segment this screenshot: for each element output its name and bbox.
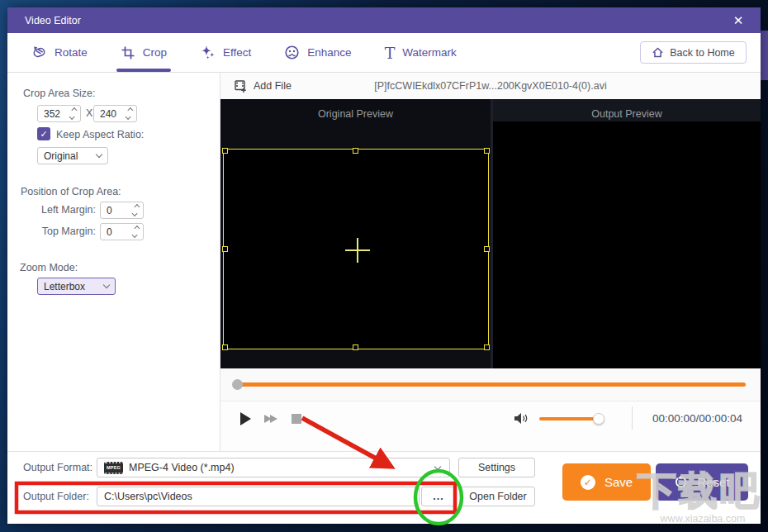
tab-bar: Rotate Crop — [7, 33, 761, 73]
play-button[interactable] — [240, 412, 251, 425]
spinner-down-icon[interactable] — [131, 232, 137, 238]
tab-enhance-label: Enhance — [307, 46, 351, 59]
spinner-down-icon[interactable] — [131, 211, 137, 216]
output-preview-panel: Output Preview — [493, 99, 761, 368]
close-icon[interactable]: ✕ — [728, 13, 749, 28]
zoom-mode-label: Zoom Mode: — [20, 262, 78, 273]
size-times-label: X — [86, 107, 92, 119]
add-file-label: Add File — [254, 80, 292, 92]
left-margin-label: Left Margin: — [23, 204, 96, 216]
crop-settings-sidebar: Crop Area Size: 352 X 240 — [7, 73, 220, 451]
enhance-icon — [284, 45, 300, 60]
volume-handle[interactable] — [593, 413, 604, 425]
crop-width-value: 352 — [44, 108, 69, 120]
left-margin-value: 0 — [107, 205, 131, 216]
crop-handle[interactable] — [353, 344, 358, 350]
spinner-up-icon[interactable] — [134, 204, 140, 210]
crop-handle[interactable] — [222, 246, 228, 252]
volume-icon[interactable] — [514, 412, 529, 425]
crop-height-spinner[interactable]: 240 — [93, 105, 137, 122]
keep-aspect-ratio-label: Keep Aspect Ratio: — [56, 129, 144, 140]
save-label: Save — [604, 475, 633, 489]
volume-slider[interactable] — [539, 417, 603, 420]
tab-effect-label: Effect — [223, 46, 251, 59]
save-button[interactable]: ✓ Save — [562, 463, 651, 501]
output-panel: Output Format: MPEG MPEG-4 Video (*.mp4)… — [7, 451, 761, 524]
reset-button[interactable]: Reset — [656, 463, 748, 501]
spinner-up-icon[interactable] — [71, 107, 77, 113]
settings-button[interactable]: Settings — [458, 458, 535, 477]
mpeg-format-icon: MPEG — [104, 462, 123, 474]
seek-handle[interactable] — [232, 379, 243, 390]
background-window-strip — [761, 31, 768, 80]
spinner-up-icon[interactable] — [134, 226, 140, 231]
crop-handle[interactable] — [222, 148, 228, 154]
top-margin-value: 0 — [107, 226, 131, 238]
crop-handle[interactable] — [484, 246, 490, 252]
crop-width-spinner[interactable]: 352 — [37, 105, 81, 122]
video-editor-window: Video Editor ✕ Rotate — [7, 7, 761, 524]
fast-forward-button[interactable] — [264, 415, 277, 423]
reset-label: Reset — [697, 475, 729, 489]
top-margin-spinner[interactable]: 0 — [100, 223, 144, 240]
tab-effect[interactable]: Effect — [200, 33, 251, 72]
left-margin-spinner[interactable]: 0 — [100, 202, 144, 219]
seek-bar-row — [220, 368, 761, 401]
spinner-arrows — [69, 108, 77, 119]
zoom-mode-value: Letterbox — [44, 281, 104, 292]
window-title: Video Editor — [25, 15, 81, 26]
spinner-down-icon[interactable] — [69, 114, 74, 120]
open-folder-button[interactable]: Open Folder — [461, 487, 535, 506]
crop-handle[interactable] — [484, 148, 490, 154]
watermark-icon: T — [385, 45, 396, 60]
back-to-home-button[interactable]: Back to Home — [640, 41, 747, 64]
keep-aspect-ratio-checkbox[interactable]: ✓ — [37, 127, 50, 140]
tab-crop[interactable]: Crop — [121, 33, 167, 72]
zoom-mode-dropdown[interactable]: Letterbox — [37, 278, 116, 295]
preview-area: Original Preview — [220, 99, 761, 368]
crop-handle[interactable] — [222, 344, 228, 350]
output-folder-input[interactable]: C:\Users\pc\Videos — [97, 487, 420, 506]
stop-button[interactable] — [292, 414, 301, 424]
crop-selection-rect[interactable] — [223, 149, 489, 349]
crop-height-value: 240 — [100, 108, 125, 120]
output-format-dropdown[interactable]: MPEG MPEG-4 Video (*.mp4) — [97, 458, 450, 477]
reset-icon — [674, 475, 688, 489]
original-preview-panel: Original Preview — [220, 99, 491, 368]
crop-handle[interactable] — [353, 148, 358, 154]
tab-watermark-label: Watermark — [402, 46, 457, 59]
add-file-button[interactable]: Add File — [234, 79, 292, 93]
aspect-ratio-dropdown[interactable]: Original — [37, 147, 108, 164]
seek-track[interactable] — [237, 382, 746, 387]
spinner-up-icon[interactable] — [127, 107, 133, 113]
time-display: 00:00:00/00:00:04 — [642, 412, 753, 425]
controls-divider — [632, 406, 633, 430]
tab-rotate-label: Rotate — [55, 46, 88, 59]
spinner-down-icon[interactable] — [125, 114, 130, 120]
add-file-icon — [234, 79, 247, 93]
output-folder-value: C:\Users\pc\Videos — [104, 491, 192, 502]
output-format-value: MPEG-4 Video (*.mp4) — [129, 462, 235, 473]
save-check-icon: ✓ — [581, 475, 595, 490]
tab-crop-label: Crop — [143, 46, 167, 59]
spinner-arrows — [131, 205, 140, 216]
check-icon: ✓ — [40, 129, 47, 139]
crosshair-icon — [357, 238, 358, 263]
output-format-label: Output Format: — [23, 462, 92, 473]
tab-enhance[interactable]: Enhance — [284, 33, 351, 72]
crop-area-size-label: Crop Area Size: — [23, 88, 96, 99]
crop-icon — [121, 45, 135, 60]
output-folder-label: Output Folder: — [23, 491, 89, 502]
title-bar: Video Editor ✕ — [7, 7, 761, 33]
playback-controls: 00:00:00/00:00:04 — [220, 401, 761, 451]
tab-rotate[interactable]: Rotate — [31, 33, 88, 72]
effect-icon — [200, 45, 216, 60]
tab-watermark[interactable]: T Watermark — [385, 33, 457, 72]
browse-folder-button[interactable]: ... — [421, 487, 456, 506]
top-margin-label: Top Margin: — [23, 226, 96, 237]
crop-handle[interactable] — [484, 344, 490, 350]
chevron-down-icon — [434, 463, 441, 469]
home-icon — [652, 46, 664, 59]
original-preview-label: Original Preview — [220, 108, 491, 120]
spinner-arrows — [125, 108, 133, 119]
